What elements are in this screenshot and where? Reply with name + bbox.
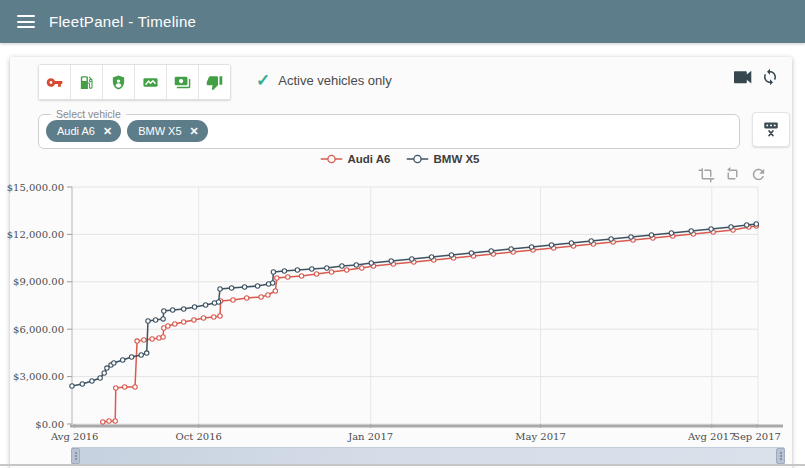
x-axis-label: Sep 2017 xyxy=(733,431,781,442)
vehicle-select-label: Select vehicle xyxy=(51,108,126,120)
chip-remove-icon[interactable]: ✕ xyxy=(103,125,112,138)
videocam-icon[interactable] xyxy=(734,71,753,84)
toolbar-remove-icon xyxy=(762,120,780,139)
filter-toolbar xyxy=(38,64,231,100)
active-vehicles-checkbox[interactable]: ✓ Active vehicles only xyxy=(256,70,392,91)
vehicle-chip-label: BMW X5 xyxy=(138,125,181,137)
money-icon xyxy=(174,74,191,91)
y-axis-label: $6,000.00 xyxy=(13,324,64,335)
x-axis-label: Avg 2016 xyxy=(50,431,99,442)
vehicle-chips: Audi A6✕BMW X5✕ xyxy=(46,120,208,142)
vehicle-chip-label: Audi A6 xyxy=(57,125,95,137)
active-vehicles-label: Active vehicles only xyxy=(278,73,391,88)
y-axis-label: $3,000.00 xyxy=(13,371,64,382)
vehicle-chip[interactable]: BMW X5✕ xyxy=(127,120,208,142)
range-handle-left[interactable] xyxy=(71,448,80,464)
series-line-bmw-x5 xyxy=(72,224,756,386)
key-icon xyxy=(46,74,63,91)
sync-icon[interactable] xyxy=(761,68,779,86)
chip-remove-icon[interactable]: ✕ xyxy=(190,125,199,138)
shield-driver-icon xyxy=(110,74,127,91)
x-axis-label: Jan 2017 xyxy=(347,431,393,442)
series-markers-bmw-x5 xyxy=(70,222,759,388)
filter-button-dislike[interactable] xyxy=(199,65,230,99)
thumbs-down-icon xyxy=(206,74,223,91)
menu-icon[interactable] xyxy=(17,15,35,28)
filter-button-cash[interactable] xyxy=(167,65,199,99)
y-axis-label: $9,000.00 xyxy=(13,276,64,287)
y-axis-label: $0.00 xyxy=(35,419,64,430)
range-handle-right[interactable] xyxy=(776,448,785,464)
y-axis-label: $15,000.00 xyxy=(7,182,64,193)
check-icon: ✓ xyxy=(256,70,270,91)
x-axis-label: Avg 2017 xyxy=(687,431,736,442)
fuel-icon xyxy=(78,74,95,91)
filter-button-fuel[interactable] xyxy=(71,65,103,99)
x-axis-label: Oct 2016 xyxy=(175,431,221,442)
filter-button-route[interactable] xyxy=(135,65,167,99)
vehicle-chip[interactable]: Audi A6✕ xyxy=(46,120,121,142)
page-title: FleetPanel - Timeline xyxy=(49,13,196,30)
y-axis-label: $12,000.00 xyxy=(7,229,64,240)
app-header: FleetPanel - Timeline xyxy=(0,0,805,43)
timeline-chart[interactable]: $0.00$3,000.00$6,000.00$9,000.00$12,000.… xyxy=(0,150,805,450)
filter-button-driver-shield[interactable] xyxy=(103,65,135,99)
timeline-range-slider[interactable] xyxy=(71,447,785,465)
vehicle-select-field[interactable]: Select vehicle Audi A6✕BMW X5✕ xyxy=(38,114,740,149)
x-axis-label: May 2017 xyxy=(515,431,565,442)
clear-selection-button[interactable] xyxy=(752,112,790,147)
window-bottom-edge xyxy=(0,464,805,466)
series-markers-audi-a6 xyxy=(101,224,759,424)
route-icon xyxy=(142,74,159,91)
filter-button-ignition-key[interactable] xyxy=(39,65,71,99)
